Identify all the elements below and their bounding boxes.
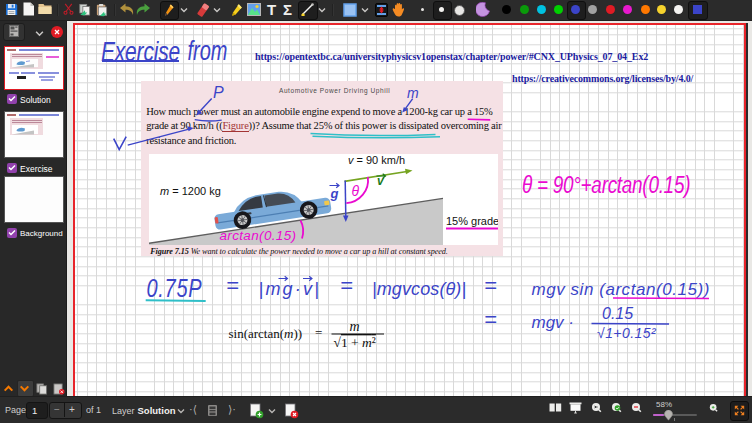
svg-text:=: =	[484, 273, 497, 298]
svg-text:|mg·v|: |mg·v|	[259, 279, 322, 299]
svg-text:=: =	[226, 273, 239, 298]
svg-text:=: =	[484, 307, 497, 332]
svg-text:√1 + m²: √1 + m²	[334, 335, 376, 350]
svg-text:√1+0.15²: √1+0.15²	[597, 325, 657, 341]
svg-text:0.15: 0.15	[602, 305, 633, 322]
svg-text:P: P	[213, 84, 224, 101]
svg-text:mgv sin (arctan(0.15)): mgv sin (arctan(0.15))	[532, 280, 710, 299]
svg-text:θ = 90°+arctan(0.15): θ = 90°+arctan(0.15)	[522, 173, 690, 200]
svg-text:|mgvcos(θ)|: |mgvcos(θ)|	[372, 279, 466, 299]
svg-text:0.75P: 0.75P	[147, 275, 203, 303]
svg-text:mgv ·: mgv ·	[532, 313, 575, 332]
svg-text:m: m	[407, 85, 419, 101]
svg-text:=: =	[315, 325, 322, 340]
svg-text:sin(arctan(m)): sin(arctan(m))	[229, 326, 303, 341]
svg-text:m: m	[350, 319, 360, 334]
svg-text:=: =	[340, 273, 353, 298]
